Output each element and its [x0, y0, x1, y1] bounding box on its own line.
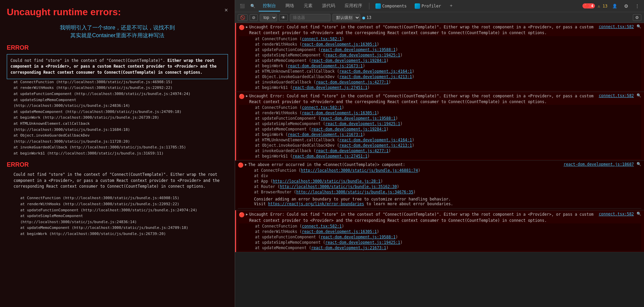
stack-link[interactable]: connect.tsx:582:1 [302, 105, 342, 110]
block-button[interactable]: ⊘ [250, 14, 258, 21]
stack-link[interactable]: http://localhost:3000/static/js/bundle.j… [301, 168, 418, 173]
settings-button[interactable]: ⚙ [622, 2, 630, 10]
entry2-link[interactable]: connect.tsx:582 [599, 93, 634, 98]
secondbar-settings-button[interactable]: ⚙ [633, 14, 641, 21]
tab-network[interactable]: 网络 [281, 1, 298, 11]
dock-button[interactable]: ⬛ [238, 2, 247, 10]
stack-link[interactable]: connect.tsx:582:1 [302, 37, 342, 41]
stack-link[interactable]: react-dom.development.js:21673:1 [311, 245, 386, 250]
entry3-stack-4: at BrowserRouter (http://localhost:3000/… [238, 189, 641, 195]
error2-message: Could not find "store" in the context of… [14, 172, 221, 237]
entry1-stack-2: at updateFunctionComponent (react-dom.de… [239, 47, 641, 52]
entry1-text: Uncaught Error: Could not find "store" i… [249, 24, 595, 36]
stack-link[interactable]: react-dom.development.js:19425:1 [325, 121, 400, 126]
entry2-stack-9: at beginWork$1 (react-dom.development.js… [239, 154, 641, 159]
tab-application[interactable]: 应用程序 [341, 1, 366, 11]
entry3-text: The above error occurred in the <Connect… [248, 162, 559, 168]
annotation-box: 我明明引入了一个store，还是不可以，说找不到 其实就是Container里面… [7, 24, 228, 39]
stack-link[interactable]: react-dom.development.js:19588:1 [321, 116, 396, 121]
collapse-toggle-2[interactable]: ▶ [246, 94, 248, 98]
profiler-icon [415, 3, 420, 9]
magnify-icon-4[interactable]: 🔍 [637, 212, 641, 216]
annotation-line1: 我明明引入了一个store，还是不可以，说找不到 [7, 24, 228, 31]
tab-elements[interactable]: 元素 [300, 1, 317, 11]
stack-link[interactable]: http://localhost:3000/static/js/bundle.j… [273, 179, 381, 184]
entry1-stack-1: at renderWithHooks (react-dom.developmen… [239, 42, 641, 47]
left-title: Uncaught runtime errors: [7, 7, 121, 18]
stack-link[interactable]: http://localhost:3000/static/js/bundle.j… [280, 184, 397, 189]
message-count: 13 [366, 15, 371, 20]
stack-link[interactable]: react-dom.development.js:4213:1 [339, 74, 412, 79]
stack-link[interactable]: http://localhost:3000/static/js/bundle.j… [296, 190, 413, 194]
magnify-icon-1[interactable]: 🔍 [637, 24, 641, 29]
stack-link[interactable]: react-dom.development.js:19425:1 [325, 240, 400, 245]
right-panel: ⬛ 🔍 控制台 网络 元素 源代码 应用程序 Components Profil… [235, 0, 644, 307]
stack-link[interactable]: react-dom.development.js:21673:1 [288, 132, 363, 137]
stack-link[interactable]: react-dom.development.js:19425:1 [325, 53, 400, 57]
stack-link[interactable]: react-dom.development.js:27451:1 [293, 85, 368, 90]
entry3-stack-0: at ConnectFunction (http://localhost:300… [238, 168, 641, 173]
entry1-header: 🔴 ▶ Uncaught Error: Could not find "stor… [239, 24, 641, 36]
stack-link[interactable]: react-dom.development.js:4164:1 [339, 138, 412, 142]
entry4-stack-2: at updateFunctionComponent (react-dom.de… [239, 234, 641, 240]
collapse-toggle-3[interactable]: ▶ [245, 163, 247, 166]
stack-link[interactable]: react-dom.development.js:16305:1 [302, 111, 377, 115]
tab-sources[interactable]: 源代码 [318, 1, 339, 11]
stack-link[interactable]: react-dom.development.js:19284:1 [311, 58, 386, 63]
tab-add[interactable]: + [446, 1, 457, 11]
close-button[interactable]: × [224, 7, 228, 14]
error-section-2: ERROR Could not find "store" in the cont… [7, 161, 228, 237]
collapse-toggle-1[interactable]: ▶ [246, 25, 248, 29]
message-count-area: ● 13 [362, 15, 371, 20]
entry4-link[interactable]: connect.tsx:582 [599, 212, 634, 216]
entry2-text: Uncaught Error: Could not find "store" i… [249, 93, 595, 105]
tab-console[interactable]: 控制台 [259, 1, 280, 11]
stack-link[interactable]: connect.tsx:582:1 [302, 224, 342, 229]
message-count-dot: ● [362, 15, 365, 20]
level-select[interactable]: 默认级别 [332, 14, 360, 21]
left-header: Uncaught runtime errors: × [0, 0, 235, 21]
entry3-link[interactable]: react-dom.development.js:18687 [564, 162, 634, 167]
entry2-header: 🔴 ▶ Uncaught Error: Could not find "stor… [239, 93, 641, 105]
stack-link[interactable]: react-dom.development.js:19588:1 [321, 235, 396, 239]
console-entry-4: 🔴 ▶ Uncaught Error: Could not find "stor… [235, 210, 644, 252]
context-select[interactable]: top [260, 14, 277, 21]
stack-link[interactable]: react-dom.development.js:16305:1 [302, 42, 377, 47]
console-entry-1: 🔴 ▶ Uncaught Error: Could not find "stor… [235, 23, 644, 92]
tab-components[interactable]: Components [372, 2, 410, 10]
console-entry-3: 🔴 ▶ The above error occurred in the <Con… [235, 161, 644, 210]
entry2-stack-7: at Object.invokeGuardedCallbackDev (reac… [239, 143, 641, 148]
entry1-stack-6: at HTMLUnknownElement.callCallback (reac… [239, 69, 641, 74]
entry2-stack-3: at updateSimpleMemoComponent (react-dom.… [239, 121, 641, 126]
tab-profiler[interactable]: Profiler [411, 2, 444, 10]
collapse-toggle-4[interactable]: ▶ [246, 212, 248, 216]
stack-link[interactable]: react-dom.development.js:4164:1 [339, 69, 412, 74]
stack-link[interactable]: react-dom.development.js:4277:1 [316, 148, 389, 153]
error-badge: 🔴 4 [582, 3, 595, 8]
eye-button[interactable]: 👁 [279, 14, 288, 21]
magnify-icon-2[interactable]: 🔍 [637, 93, 641, 98]
magnify-icon-3[interactable]: 🔍 [637, 162, 641, 166]
inspect-button[interactable]: 🔍 [248, 2, 257, 10]
stack-link[interactable]: react-dom.development.js:4277:1 [316, 80, 389, 85]
stack-link[interactable]: react-dom.development.js:19284:1 [311, 127, 386, 132]
stack-link[interactable]: react-dom.development.js:21673:1 [288, 64, 363, 68]
error-circle-2: 🔴 [239, 94, 245, 99]
entry2-stack-5: at beginWork (react-dom.development.js:2… [239, 132, 641, 137]
entry1-stack-7: at Object.invokeGuardedCallbackDev (reac… [239, 74, 641, 79]
entry2-stack-6: at HTMLUnknownElement.callCallback (reac… [239, 137, 641, 143]
stack-link[interactable]: react-dom.development.js:4213:1 [339, 143, 412, 148]
devtools-topbar: ⬛ 🔍 控制台 网络 元素 源代码 应用程序 Components Profil… [235, 0, 644, 12]
console-entry-2: 🔴 ▶ Uncaught Error: Could not find "stor… [235, 92, 644, 161]
stack-link[interactable]: react-dom.development.js:19588:1 [321, 47, 396, 52]
error-circle-1: 🔴 [239, 25, 245, 30]
stack-link[interactable]: react-dom.development.js:27451:1 [293, 154, 368, 159]
topbar-divider [369, 3, 369, 9]
clear-console-button[interactable]: 🚫 [238, 14, 248, 21]
users-button[interactable]: 👤 [610, 2, 619, 10]
filter-input[interactable] [290, 14, 330, 21]
more-button[interactable]: ⋮ [633, 2, 641, 10]
entry1-link[interactable]: connect.tsx:582 [599, 24, 634, 29]
stack-link[interactable]: react-dom.development.js:16305:1 [302, 229, 377, 234]
error-boundaries-link[interactable]: https://reactjs.org/link/error-boundarie… [268, 202, 364, 206]
